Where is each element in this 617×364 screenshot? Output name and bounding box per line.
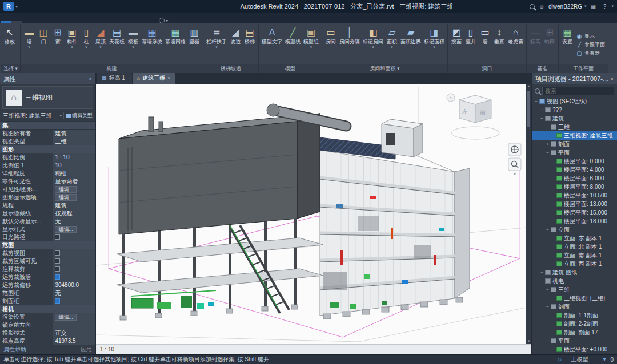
qat-icon[interactable] [155,2,164,11]
property-row[interactable]: 比例值 1: 10 [0,161,95,169]
ribbon-button[interactable]: ▯竖井 [464,25,478,64]
qat-icon[interactable] [52,2,61,11]
browser-tree-item[interactable]: 三维视图: 建筑三维 [532,131,617,140]
property-row[interactable]: 视图比例 1 : 10 [0,153,95,161]
property-value[interactable]: 无 [53,217,95,225]
expand-icon[interactable]: + [545,141,550,147]
browser-tree-item[interactable]: 楼层平面: 13.000 [532,200,617,208]
property-value[interactable]: 编辑... [53,193,95,201]
qat-icon[interactable] [42,2,51,11]
browser-tree-item[interactable]: 剖面: 剖面 17 [532,328,617,337]
ribbon-button[interactable]: ▦幕墙网格 [164,25,187,64]
properties-header[interactable]: 属性 × [0,73,95,84]
ribbon-button[interactable]: ▣构件 [65,25,79,64]
browser-tree-item[interactable]: 楼层平面: 18.000 [532,217,617,225]
qat-icon[interactable] [31,2,41,11]
property-row[interactable]: 远剪裁激活 [0,273,95,281]
property-value[interactable]: 正交 [53,329,95,337]
browser-tree-item[interactable]: 剖面: 2-2剖面 [532,319,617,328]
viewport-canvas[interactable]: ⌂ 左 前 [96,84,526,344]
expand-icon[interactable]: − [545,150,550,155]
ribbon-button[interactable]: ◩按面 [450,25,463,64]
browser-tree-item[interactable]: − 立面 [532,225,617,234]
filter-icon[interactable]: ▼ [602,357,607,362]
browser-tree-item[interactable]: 立面: 北 副本 1 [532,242,617,251]
qat-icon[interactable] [114,2,123,11]
help-caret-icon[interactable]: ▾ [611,4,614,9]
apps-store-icon[interactable]: ▦ [588,2,598,11]
checkbox[interactable] [55,234,60,240]
close-icon[interactable]: × [610,76,614,82]
property-row[interactable]: 零件可见性 显示两者 [0,177,95,185]
property-value[interactable]: 编辑... [53,225,95,233]
qat-icon[interactable] [103,2,113,11]
property-row[interactable]: 视图类型 三维 [0,137,95,145]
property-row[interactable]: 渲染设置 编辑... [0,313,95,321]
browser-tree-item[interactable]: 楼层平面: 15.000 [532,208,617,217]
browser-tree-item[interactable]: 剖面: 1-1剖面 [532,311,617,319]
qat-icon[interactable] [145,2,154,11]
browser-tree-item[interactable]: 楼层平面: 8.000 [532,183,617,191]
property-row[interactable]: 显示隐藏线 按规程 [0,209,95,217]
browser-tree-item[interactable]: 立面: 西 副本 1 [532,260,617,268]
property-value[interactable]: 三维 [53,137,95,145]
ribbon-small-button[interactable]: ╱参照平面 [576,41,605,48]
property-value[interactable] [53,321,95,329]
expand-icon[interactable]: − [545,124,550,130]
ribbon-button[interactable]: ◢屋顶 [94,25,107,64]
property-value[interactable]: 建筑 [53,130,95,137]
close-icon[interactable]: × [89,76,92,82]
browser-tree-item[interactable]: 楼层平面: 0.000 [532,157,617,165]
property-value[interactable] [53,233,95,241]
ribbon-button[interactable]: ▱面积 [385,25,399,64]
property-row[interactable]: 可见性/图形... 编辑... [0,185,95,193]
property-value[interactable]: 精细 [53,169,95,177]
browser-tree-item[interactable]: + 剖面 [532,140,617,148]
scroll-down-icon[interactable]: ▼ [527,339,531,344]
property-row[interactable]: 图形显示选项 编辑... [0,193,95,201]
property-row[interactable]: 裁剪视图 [0,249,95,257]
ribbon-button[interactable]: ―标高 [528,25,542,64]
property-row[interactable]: 视图所有者 建筑 [0,130,95,137]
ribbon-button[interactable]: ⊞轴网 [543,25,556,64]
ribbon-small-button[interactable]: ◉显示 [576,33,605,40]
browser-tree-item[interactable]: + ??? [532,106,617,114]
ribbon-button[interactable]: ◨标记面积 [423,25,446,64]
checkbox[interactable] [55,298,60,304]
expand-icon[interactable]: + [539,107,544,112]
browser-tree-item[interactable]: 立面: 东 副本 1 [532,234,617,242]
ribbon-button[interactable]: ▭墙 [478,25,492,64]
expand-icon[interactable]: − [539,278,544,284]
property-value[interactable] [53,273,95,281]
ribbon-button[interactable]: A模型文字 [261,25,283,64]
expand-icon[interactable]: − [545,338,550,343]
property-value[interactable]: 显示两者 [53,177,95,185]
close-tab-icon[interactable]: × [167,75,170,81]
ribbon-button[interactable]: ▬墙 [22,25,36,64]
help-icon[interactable]: ? [600,2,609,11]
view-tab[interactable]: ⌂ 建筑三维 × [133,73,175,84]
property-value[interactable]: 无 [53,289,95,297]
property-value[interactable]: 编辑... [53,313,95,321]
ribbon-button[interactable]: ▯柱 [79,25,93,64]
property-row[interactable]: 裁剪区域可见 [0,257,95,265]
browser-tree-item[interactable]: − 视图 (SEC组织) [532,97,617,106]
browser-tree-item[interactable]: − 机电 [532,277,617,285]
browser-tree-item[interactable]: 楼层平面: 6.000 [532,174,617,183]
property-value[interactable]: 编辑... [53,185,95,193]
panel-label-room-area[interactable]: 房间和面积 ▾ [322,64,447,73]
browser-tree-item[interactable]: 楼层平面: +0.000 [532,345,617,354]
property-row[interactable]: 远剪裁偏移 304800.0 [0,281,95,289]
property-value[interactable] [53,297,95,305]
ribbon-button[interactable]: ▦幕墙系统 [141,25,163,64]
ribbon-button[interactable]: ◢坡道 [229,25,242,64]
browser-tree-item[interactable]: 立面: 南 副本 1 [532,251,617,260]
ribbon-button[interactable]: ▬楼板 [126,25,140,64]
property-value[interactable] [53,249,95,257]
property-row[interactable]: 范围 [0,241,95,249]
view-tab[interactable]: ▦ 标高 1 [97,73,132,84]
property-value[interactable] [53,265,95,273]
chevron-down-icon[interactable]: ▾ [59,114,62,118]
property-row[interactable]: 显示样式 编辑... [0,225,95,233]
ribbon-button[interactable]: ▤楼梯 [243,25,257,64]
